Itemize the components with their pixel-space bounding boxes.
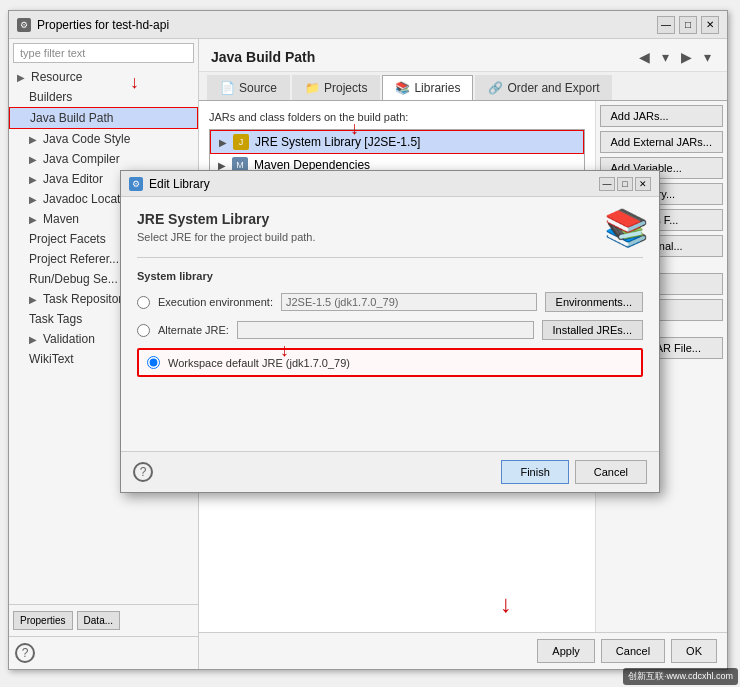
dialog-controls: — □ ✕: [599, 177, 651, 191]
exec-env-row: Execution environment: Environments...: [137, 292, 643, 312]
jre-book-icon: 📚: [604, 207, 649, 249]
dialog-close-button[interactable]: ✕: [635, 177, 651, 191]
system-library-label: System library: [137, 270, 643, 282]
workspace-jre-row: Workspace default JRE (jdk1.7.0_79): [137, 348, 643, 377]
dialog-title-icon: ⚙: [129, 177, 143, 191]
dialog-help-button[interactable]: ?: [133, 462, 153, 482]
dialog-footer-right: Finish Cancel: [501, 460, 647, 484]
exec-env-label: Execution environment:: [158, 296, 273, 308]
alt-jre-combo[interactable]: [237, 321, 534, 339]
exec-env-radio[interactable]: [137, 296, 150, 309]
alt-jre-radio[interactable]: [137, 324, 150, 337]
dialog-subtext: Select JRE for the project build path.: [137, 231, 643, 243]
spacer: [137, 377, 643, 437]
finish-button[interactable]: Finish: [501, 460, 568, 484]
dialog-minimize-button[interactable]: —: [599, 177, 615, 191]
exec-env-combo[interactable]: [281, 293, 537, 311]
edit-library-dialog: ⚙ Edit Library — □ ✕ JRE System Library …: [120, 170, 660, 493]
dialog-footer: ? Finish Cancel: [121, 451, 659, 492]
installed-jres-button[interactable]: Installed JREs...: [542, 320, 643, 340]
dialog-title-left: ⚙ Edit Library: [129, 177, 210, 191]
alt-jre-row: Alternate JRE: Installed JREs...: [137, 320, 643, 340]
dialog-body: JRE System Library Select JRE for the pr…: [121, 197, 659, 451]
dialog-titlebar: ⚙ Edit Library — □ ✕: [121, 171, 659, 197]
dialog-heading: JRE System Library: [137, 211, 643, 227]
workspace-jre-radio[interactable]: [147, 356, 160, 369]
divider: [137, 257, 643, 258]
dialog-overlay: ⚙ Edit Library — □ ✕ JRE System Library …: [0, 0, 740, 687]
environments-button[interactable]: Environments...: [545, 292, 643, 312]
workspace-jre-label: Workspace default JRE (jdk1.7.0_79): [168, 357, 350, 369]
dialog-maximize-button[interactable]: □: [617, 177, 633, 191]
dialog-title-label: Edit Library: [149, 177, 210, 191]
cancel-dialog-button[interactable]: Cancel: [575, 460, 647, 484]
alt-jre-label: Alternate JRE:: [158, 324, 229, 336]
